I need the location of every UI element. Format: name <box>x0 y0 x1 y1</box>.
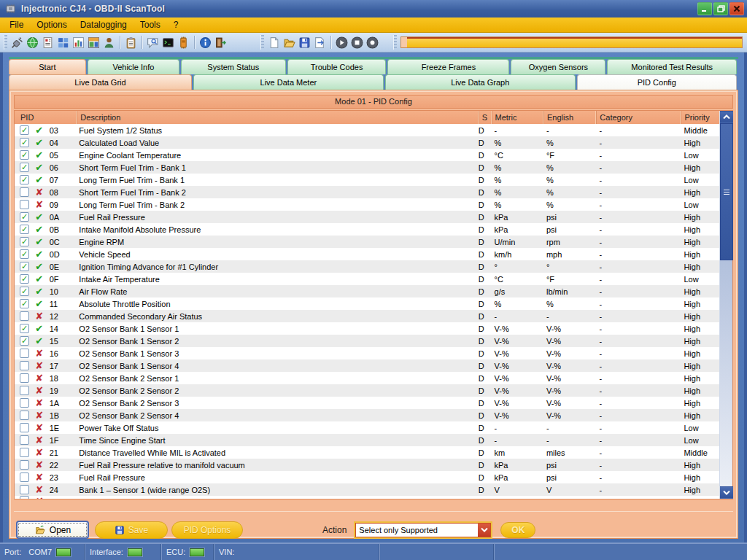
table-row[interactable]: ✘ <box>15 496 719 499</box>
menu-item-options[interactable]: Options <box>30 18 73 32</box>
supported-checkbox[interactable]: ✓ <box>20 237 29 246</box>
toolbar-grip[interactable] <box>4 35 7 50</box>
supported-checkbox[interactable]: ✓ <box>20 163 29 172</box>
table-row[interactable]: ✓✔06Short Term Fuel Trim - Bank 1D%%-Hig… <box>15 161 719 174</box>
table-row[interactable]: ✘21Distance Travelled While MIL is Activ… <box>15 446 719 459</box>
dropdown-arrow-icon[interactable] <box>478 524 490 537</box>
record-icon[interactable] <box>365 35 380 50</box>
menu-item-help[interactable]: ? <box>167 18 185 32</box>
supported-checkbox[interactable] <box>20 423 29 432</box>
tab-freeze-frames[interactable]: Freeze Frames <box>387 59 509 74</box>
close-button[interactable] <box>729 2 744 15</box>
supported-checkbox[interactable] <box>20 411 29 420</box>
table-row[interactable]: ✓✔0BIntake Manifold Absolute PressureDkP… <box>15 223 719 236</box>
supported-checkbox[interactable] <box>20 187 29 197</box>
stop-icon[interactable] <box>349 35 365 50</box>
tab-vehicle-info[interactable]: Vehicle Info <box>88 59 179 74</box>
toolbar-grip[interactable] <box>393 35 397 50</box>
chip-icon[interactable] <box>176 35 191 50</box>
menu-item-datalogging[interactable]: Datalogging <box>74 18 133 32</box>
supported-checkbox[interactable]: ✓ <box>20 299 29 308</box>
play-icon[interactable] <box>334 35 349 50</box>
col-header-metric[interactable]: Metric <box>492 111 543 124</box>
supported-checkbox[interactable]: ✓ <box>20 336 29 346</box>
supported-checkbox[interactable] <box>20 398 29 408</box>
supported-checkbox[interactable] <box>20 472 29 482</box>
supported-checkbox[interactable]: ✓ <box>20 324 29 333</box>
table-row[interactable]: ✘16O2 Sensor Bank 1 Sensor 3DV-%V-%-High <box>15 347 719 359</box>
window-icon[interactable] <box>86 35 101 50</box>
action-dropdown[interactable]: Select only Supported <box>354 521 492 539</box>
tab-system-status[interactable]: System Status <box>181 59 286 74</box>
new-file-icon[interactable] <box>266 35 282 50</box>
vertical-scrollbar[interactable] <box>719 111 732 499</box>
tab-monitored-test-results[interactable]: Monitored Test Results <box>607 59 737 74</box>
supported-checkbox[interactable] <box>20 373 29 383</box>
toolbar-grip[interactable] <box>260 35 264 50</box>
supported-checkbox[interactable] <box>20 448 29 457</box>
supported-checkbox[interactable] <box>20 485 29 494</box>
table-row[interactable]: ✓✔0AFuel Rail PressureDkPapsi-High <box>15 211 719 223</box>
open-file-icon[interactable] <box>282 35 297 50</box>
table-row[interactable]: ✓✔14O2 Sensor Bank 1 Sensor 1DV-%V-%-Hig… <box>15 322 719 335</box>
terminal-icon[interactable] <box>160 35 176 50</box>
supported-checkbox[interactable] <box>20 200 29 209</box>
table-row[interactable]: ✘23Fuel Rail PressureDkPapsi-High <box>15 471 719 483</box>
clipboard-icon[interactable] <box>123 35 139 50</box>
supported-checkbox[interactable] <box>20 361 29 370</box>
supported-checkbox[interactable] <box>20 460 29 470</box>
table-row[interactable]: ✘24Bank 1 – Sensor 1 (wide range O2S)DVV… <box>15 483 719 496</box>
tab-live-data-meter[interactable]: Live Data Meter <box>193 74 384 90</box>
table-row[interactable]: ✘22Fuel Rail Pressure relative to manifo… <box>15 459 719 471</box>
table-row[interactable]: ✘1EPower Take Off StatusD---Low <box>15 421 719 434</box>
tab-pid-config[interactable]: PID Config <box>577 74 737 90</box>
ok-button[interactable]: OK <box>500 522 535 538</box>
col-header-priority[interactable]: Priority <box>681 111 719 124</box>
export-icon[interactable] <box>312 35 328 50</box>
table-row[interactable]: ✓✔0DVehicle SpeedDkm/hmph-High <box>15 248 719 260</box>
table-row[interactable]: ✓✔10Air Flow RateDg/slb/min-High <box>15 285 719 298</box>
menu-item-tools[interactable]: Tools <box>133 18 167 32</box>
scrollbar-thumb[interactable] <box>720 123 733 260</box>
tab-trouble-codes[interactable]: Trouble Codes <box>287 59 387 74</box>
supported-checkbox[interactable]: ✓ <box>20 150 29 160</box>
search-bubble-icon[interactable] <box>145 35 160 50</box>
table-row[interactable]: ✘1FTime Since Engine StartD---Low <box>15 434 719 446</box>
save-button[interactable]: Save <box>95 521 168 539</box>
table-row[interactable]: ✓✔0EIgnition Timing Advance for #1 Cylin… <box>15 260 719 273</box>
menu-item-file[interactable]: File <box>3 18 30 32</box>
table-row[interactable]: ✓✔05Engine Coolant TemperatureD°C°F-Low <box>15 149 719 161</box>
user-icon[interactable] <box>101 35 117 50</box>
info-icon[interactable] <box>198 35 213 50</box>
supported-checkbox[interactable]: ✓ <box>20 138 29 147</box>
supported-checkbox[interactable] <box>20 311 29 321</box>
supported-checkbox[interactable] <box>20 435 29 445</box>
col-header-desc[interactable]: Description <box>77 111 478 124</box>
table-row[interactable]: ✓✔03Fuel System 1/2 StatusD---Middle <box>15 124 719 136</box>
scroll-down-icon[interactable] <box>720 486 733 499</box>
minimize-button[interactable] <box>697 2 712 15</box>
tab-live-data-grid[interactable]: Live Data Grid <box>9 74 192 90</box>
table-row[interactable]: ✘09Long Term Fuel Trim - Bank 2D%%-Low <box>15 198 719 211</box>
supported-checkbox[interactable]: ✓ <box>20 249 29 259</box>
table-row[interactable]: ✓✔11Absolute Throttle PositionD%%-High <box>15 298 719 310</box>
open-button[interactable]: Open <box>16 521 89 539</box>
col-header-category[interactable]: Category <box>596 111 681 124</box>
table-row[interactable]: ✘18O2 Sensor Bank 2 Sensor 1DV-%V-%-High <box>15 372 719 384</box>
tab-live-data-graph[interactable]: Live Data Graph <box>385 74 576 90</box>
col-header-pid[interactable]: PID <box>15 111 77 124</box>
globe-icon[interactable] <box>25 35 40 50</box>
pid-options-button[interactable]: PID Options <box>171 521 243 539</box>
table-row[interactable]: ✓✔0FIntake Air TemperatureD°C°F-Low <box>15 273 719 285</box>
supported-checkbox[interactable]: ✓ <box>20 125 29 135</box>
table-row[interactable]: ✘08Short Term Fuel Trim - Bank 2D%%-High <box>15 186 719 198</box>
scroll-up-icon[interactable] <box>720 111 733 123</box>
maximize-button[interactable] <box>713 2 728 15</box>
connector-icon[interactable] <box>9 35 25 50</box>
supported-checkbox[interactable]: ✓ <box>20 175 29 184</box>
table-row[interactable]: ✘1AO2 Sensor Bank 2 Sensor 3DV-%V-%-High <box>15 397 719 409</box>
supported-checkbox[interactable]: ✓ <box>20 225 29 234</box>
table-row[interactable]: ✘19O2 Sensor Bank 2 Sensor 2DV-%V-%-High <box>15 384 719 397</box>
supported-checkbox[interactable]: ✓ <box>20 262 29 271</box>
supported-checkbox[interactable] <box>20 386 29 395</box>
